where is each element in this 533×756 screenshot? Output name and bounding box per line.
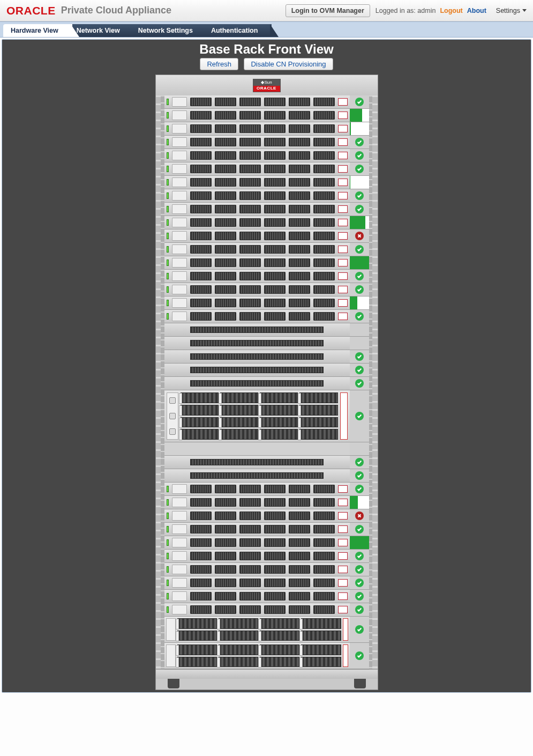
rack-slot[interactable] <box>164 229 369 243</box>
rack-unit-sw[interactable] <box>164 469 350 482</box>
slot-status <box>350 590 369 603</box>
rack-unit-st2[interactable] <box>164 643 350 669</box>
slot-status <box>350 310 369 323</box>
error-icon <box>355 512 364 520</box>
rack-slot[interactable] <box>164 509 369 523</box>
rack-slot[interactable] <box>164 310 369 323</box>
rack-unit-srv[interactable] <box>164 176 350 189</box>
check-icon <box>355 285 364 294</box>
settings-label: Settings <box>496 7 520 14</box>
rack-unit-st4[interactable] <box>164 390 350 442</box>
rack-slot[interactable] <box>164 350 369 364</box>
rack-unit-sw[interactable] <box>164 323 350 336</box>
slot-status <box>350 350 369 363</box>
rack-unit-srv[interactable] <box>164 550 350 562</box>
logout-link[interactable]: Logout <box>440 7 462 14</box>
rack-slot[interactable] <box>164 442 369 456</box>
rack-slot[interactable] <box>164 364 369 377</box>
rack-slot[interactable] <box>164 483 369 496</box>
rack-unit-srv[interactable] <box>164 136 350 149</box>
rack-slot[interactable] <box>164 456 369 469</box>
rack-unit-srv[interactable] <box>164 149 350 162</box>
rack-slot[interactable] <box>164 243 369 256</box>
tab-auth[interactable]: Authentication <box>204 24 272 37</box>
rack-slot[interactable] <box>164 216 369 229</box>
action-button-row: Refresh Disable CN Provisioning <box>2 58 531 75</box>
tab-netsettings[interactable]: Network Settings <box>131 24 207 37</box>
refresh-button[interactable]: Refresh <box>200 58 238 70</box>
rack-slot[interactable] <box>164 469 369 483</box>
disable-cn-button[interactable]: Disable CN Provisioning <box>244 58 333 70</box>
page-title: Base Rack Front View <box>2 40 531 58</box>
settings-menu[interactable]: Settings <box>496 7 527 14</box>
rack-unit-srv[interactable] <box>164 95 350 108</box>
rack-slot[interactable] <box>164 122 369 136</box>
rack-slot[interactable] <box>164 109 369 122</box>
rack-slot[interactable] <box>164 377 369 390</box>
rack-unit-sw[interactable] <box>164 456 350 469</box>
rack-slot[interactable] <box>164 536 369 550</box>
rack-unit-empty[interactable] <box>164 442 350 455</box>
rack-unit-srv[interactable] <box>164 563 350 576</box>
rack-unit-sw[interactable] <box>164 377 350 390</box>
rack-slot[interactable] <box>164 563 369 576</box>
rack-unit-st2[interactable] <box>164 617 350 642</box>
slot-status <box>350 297 369 309</box>
rack-slot[interactable] <box>164 283 369 297</box>
rack-slot[interactable] <box>164 337 369 350</box>
rack-slot[interactable] <box>164 270 369 283</box>
rack-unit-srv[interactable] <box>164 496 350 509</box>
rack-unit-srv[interactable] <box>164 109 350 122</box>
rack-unit-srv[interactable] <box>164 270 350 283</box>
rack-unit-srv[interactable] <box>164 523 350 536</box>
rack-slot[interactable] <box>164 617 369 643</box>
rack-slot[interactable] <box>164 149 369 162</box>
slot-status <box>350 576 369 589</box>
page-body: Base Rack Front View Refresh Disable CN … <box>2 39 531 693</box>
rack-slot[interactable] <box>164 496 369 509</box>
rack-unit-srv[interactable] <box>164 483 350 495</box>
rack-slot[interactable] <box>164 95 369 109</box>
rack-unit-srv[interactable] <box>164 162 350 175</box>
rack-slot[interactable] <box>164 603 369 617</box>
rack-unit-srv[interactable] <box>164 576 350 589</box>
check-icon <box>355 552 364 560</box>
rack-slot[interactable] <box>164 590 369 603</box>
rack-slot[interactable] <box>164 643 369 669</box>
rack-slot[interactable] <box>164 550 369 563</box>
rack-slot[interactable] <box>164 162 369 176</box>
rack-slot[interactable] <box>164 297 369 310</box>
login-ovm-button[interactable]: Login to OVM Manager <box>286 4 370 17</box>
rack-slot[interactable] <box>164 203 369 216</box>
rack-unit-srv[interactable] <box>164 590 350 603</box>
rack-slot[interactable] <box>164 176 369 189</box>
rack-unit-srv[interactable] <box>164 243 350 256</box>
rack-unit-srv[interactable] <box>164 509 350 522</box>
rack-unit-srv[interactable] <box>164 229 350 242</box>
rack-slot[interactable] <box>164 523 369 536</box>
rack-unit-srv[interactable] <box>164 122 350 135</box>
rack-unit-srv[interactable] <box>164 189 350 202</box>
rack-unit-srv[interactable] <box>164 310 350 323</box>
rack-unit-sw[interactable] <box>164 364 350 376</box>
rack-slot[interactable] <box>164 323 369 337</box>
rack-header: ◆Sun ORACLE <box>156 75 378 95</box>
rack-unit-srv[interactable] <box>164 536 350 549</box>
rack-slot[interactable] <box>164 189 369 203</box>
slot-status <box>350 483 369 495</box>
rack-slot[interactable] <box>164 390 369 442</box>
rack-slot[interactable] <box>164 136 369 149</box>
check-icon <box>355 379 364 388</box>
rack-unit-srv[interactable] <box>164 297 350 309</box>
rack-unit-srv[interactable] <box>164 203 350 216</box>
rack-unit-srv[interactable] <box>164 603 350 616</box>
rack-unit-sw[interactable] <box>164 350 350 363</box>
rack-slot[interactable] <box>164 576 369 590</box>
about-link[interactable]: About <box>467 7 486 14</box>
rack-unit-srv[interactable] <box>164 283 350 296</box>
rack-slot[interactable] <box>164 256 369 270</box>
rack-unit-srv[interactable] <box>164 216 350 229</box>
rack-unit-srv[interactable] <box>164 256 350 269</box>
tab-hardware[interactable]: Hardware View <box>3 24 72 37</box>
rack-unit-sw[interactable] <box>164 337 350 350</box>
